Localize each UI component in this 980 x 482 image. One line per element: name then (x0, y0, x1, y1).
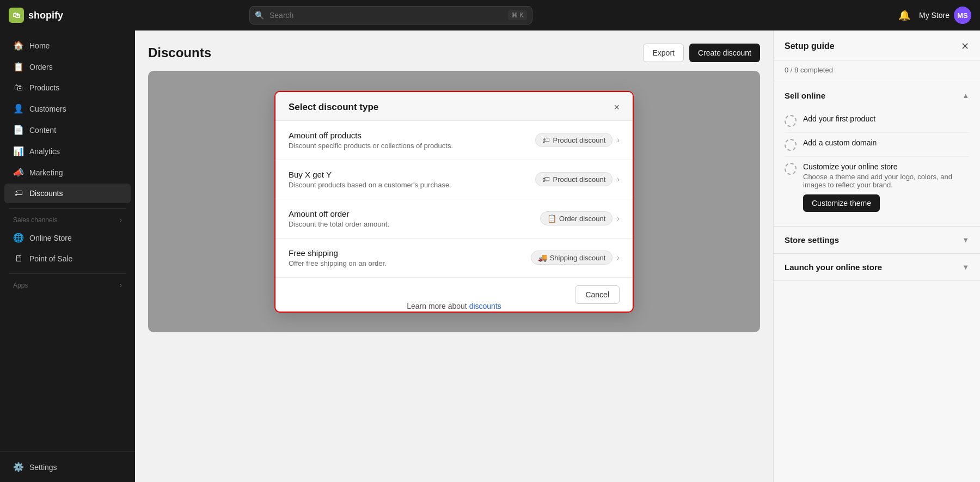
badge-icon-3: 📋 (547, 214, 556, 223)
sidebar-item-label: Customers (29, 105, 66, 113)
modal-header: Select discount type × (275, 92, 633, 121)
sidebar-item-label: Orders (29, 63, 53, 71)
sidebar-item-products[interactable]: 🛍 Products (4, 78, 131, 97)
badge-icon-1: 🏷 (542, 136, 550, 144)
launch-title: Launch your online store (785, 263, 882, 272)
sidebar-item-label: Settings (29, 463, 57, 472)
sidebar-item-content[interactable]: 📄 Content (4, 120, 131, 140)
chevron-right-icon-4: › (617, 253, 620, 262)
sidebar-item-discounts[interactable]: 🏷 Discounts (4, 184, 131, 203)
check-circle-customize-store (785, 163, 797, 175)
modal-close-button[interactable]: × (614, 102, 620, 112)
sidebar-item-label: Products (29, 83, 59, 92)
main-content: Discounts Export Create discount Select … (135, 30, 773, 482)
discount-option-free-shipping[interactable]: Free shipping Offer free shipping on an … (275, 239, 633, 277)
content-card: Select discount type × Amount off produc… (148, 71, 760, 332)
modal-body: Amount off products Discount specific pr… (275, 121, 633, 277)
sell-online-title: Sell online (785, 91, 825, 100)
search-bar: 🔍 ⌘ K (249, 6, 532, 25)
online-store-icon: 🌐 (13, 233, 24, 243)
topnav-right: 🔔 My Store MS (898, 7, 971, 24)
discount-option-desc: Discount specific products or collection… (289, 142, 453, 150)
home-icon: 🏠 (13, 40, 24, 51)
sidebar-item-label: Home (29, 41, 50, 50)
panel-section-sell-online: Sell online ▲ Add your first product Add… (774, 82, 980, 227)
discounts-link[interactable]: discounts (469, 302, 501, 310)
customize-theme-button[interactable]: Customize theme (803, 194, 880, 212)
checklist-label-customize-store: Customize your online store (803, 162, 969, 171)
discount-option-amount-off-order[interactable]: Amount off order Discount the total orde… (275, 199, 633, 239)
chevron-up-icon: ▲ (962, 91, 969, 100)
badge-icon-4: 🚚 (538, 253, 547, 262)
launch-section-header[interactable]: Launch your online store ▼ (774, 254, 980, 280)
sidebar-item-label: Discounts (29, 189, 63, 198)
discount-option-title-4: Free shipping (289, 248, 387, 258)
product-discount-badge-1: 🏷 Product discount (535, 133, 612, 147)
panel-progress: 0 / 8 completed (774, 60, 980, 82)
expand-icon: › (120, 216, 122, 224)
analytics-icon: 📊 (13, 146, 24, 156)
sidebar-item-label: Content (29, 126, 56, 135)
apps-label: Apps › (0, 278, 135, 292)
create-discount-button[interactable]: Create discount (689, 44, 760, 62)
sidebar-item-label: Point of Sale (29, 254, 72, 263)
export-button[interactable]: Export (643, 44, 683, 62)
sidebar-item-analytics[interactable]: 📊 Analytics (4, 141, 131, 161)
customers-icon: 👤 (13, 103, 24, 114)
sidebar-item-label: Marketing (29, 168, 63, 177)
sidebar-item-online-store[interactable]: 🌐 Online Store (4, 228, 131, 248)
orders-icon: 📋 (13, 62, 24, 72)
chevron-down-icon-settings: ▼ (962, 236, 969, 244)
sell-online-content: Add your first product Add a custom doma… (774, 109, 980, 226)
sell-online-section-header[interactable]: Sell online ▲ (774, 82, 980, 109)
discount-option-buy-x-get-y[interactable]: Buy X get Y Discount products based on a… (275, 160, 633, 199)
sidebar-item-customers[interactable]: 👤 Customers (4, 99, 131, 119)
sidebar-item-settings[interactable]: ⚙️ Settings (4, 457, 131, 477)
notification-bell-icon[interactable]: 🔔 (898, 9, 910, 21)
sidebar-item-point-of-sale[interactable]: 🖥 Point of Sale (4, 249, 131, 269)
search-shortcut: ⌘ K (508, 10, 527, 20)
store-settings-section-header[interactable]: Store settings ▼ (774, 227, 980, 253)
sidebar-item-home[interactable]: 🏠 Home (4, 35, 131, 56)
discounts-icon: 🏷 (13, 188, 24, 198)
sidebar-item-label: Analytics (29, 147, 60, 156)
main-layout: 🏠 Home 📋 Orders 🛍 Products 👤 Customers 📄… (0, 30, 980, 482)
marketing-icon: 📣 (13, 167, 24, 178)
panel-title: Setup guide (785, 41, 835, 51)
discount-option-title-2: Buy X get Y (289, 170, 451, 179)
page-header: Discounts Export Create discount (135, 30, 773, 71)
discount-option-title-3: Amount off order (289, 209, 389, 218)
check-circle-custom-domain (785, 139, 797, 151)
sidebar-divider-2 (9, 273, 126, 274)
sales-channels-label: Sales channels › (0, 213, 135, 227)
checklist-item-custom-domain: Add a custom domain (785, 133, 969, 157)
check-circle-add-product (785, 115, 797, 127)
sidebar-item-label: Online Store (29, 234, 72, 242)
panel-close-button[interactable]: ✕ (961, 40, 969, 52)
page-title: Discounts (148, 45, 211, 60)
sidebar-item-marketing[interactable]: 📣 Marketing (4, 162, 131, 182)
store-settings-title: Store settings (785, 235, 839, 245)
checklist-label-add-product: Add your first product (803, 114, 875, 123)
store-selector[interactable]: My Store MS (919, 7, 971, 24)
order-discount-badge: 📋 Order discount (540, 211, 612, 225)
product-discount-badge-2: 🏷 Product discount (535, 172, 612, 186)
sidebar-item-orders[interactable]: 📋 Orders (4, 57, 131, 77)
checklist-label-custom-domain: Add a custom domain (803, 138, 877, 147)
discount-option-desc-4: Offer free shipping on an order. (289, 259, 387, 267)
discount-option-left: Amount off products Discount specific pr… (289, 131, 453, 150)
discount-option-left-3: Amount off order Discount the total orde… (289, 209, 389, 228)
discount-option-left-2: Buy X get Y Discount products based on a… (289, 170, 451, 189)
shipping-discount-badge: 🚚 Shipping discount (531, 251, 613, 265)
checklist-sub-customize-store: Choose a theme and add your logo, colors… (803, 173, 969, 189)
logo[interactable]: 🛍 shopify (9, 8, 63, 23)
discount-option-right-2: 🏷 Product discount › (535, 172, 620, 186)
panel-header: Setup guide ✕ (774, 30, 980, 60)
panel-section-launch: Launch your online store ▼ (774, 254, 980, 281)
select-discount-type-modal: Select discount type × Amount off produc… (274, 91, 634, 313)
sidebar: 🏠 Home 📋 Orders 🛍 Products 👤 Customers 📄… (0, 30, 135, 482)
chevron-right-icon-2: › (617, 175, 620, 184)
search-input[interactable] (249, 6, 532, 25)
discount-option-amount-off-products[interactable]: Amount off products Discount specific pr… (275, 121, 633, 160)
discount-option-title: Amount off products (289, 131, 453, 140)
